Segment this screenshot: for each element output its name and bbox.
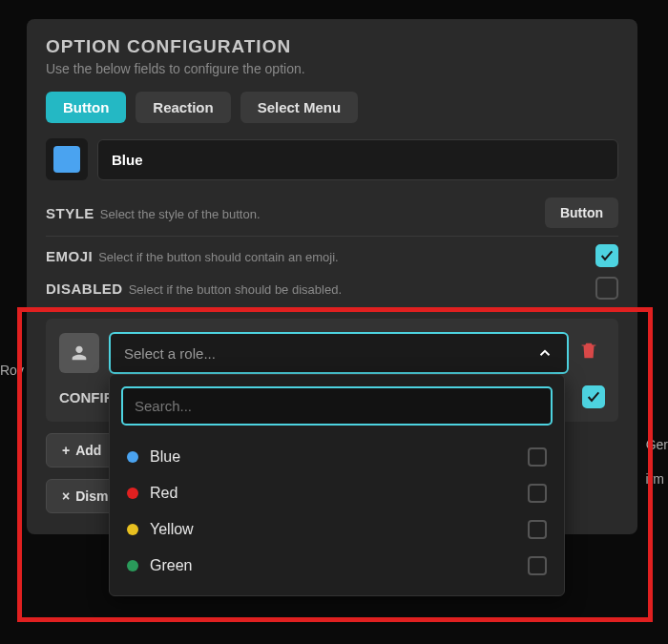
role-option-label: Green [150,557,192,574]
role-select-dropdown[interactable]: Select a role... [109,332,569,374]
style-label: STYLE [46,205,94,221]
tab-select-menu[interactable]: Select Menu [240,92,359,123]
style-row: STYLE Select the style of the button. Bu… [46,197,618,236]
color-swatch-inner [53,146,80,173]
tab-reaction[interactable]: Reaction [136,92,230,123]
emoji-desc: Select if the button should contain an e… [98,250,339,264]
role-option-green[interactable]: Green [121,548,553,584]
emoji-row: EMOJI Select if the button should contai… [46,236,618,275]
plus-icon: + [62,443,70,458]
role-option-blue[interactable]: Blue [121,439,553,475]
color-swatch[interactable] [46,138,88,180]
role-search-input[interactable] [121,386,553,426]
role-dot-icon [127,451,138,463]
option-configuration-panel: OPTION CONFIGURATION Use the below field… [27,19,637,534]
confirm-checkbox[interactable] [582,385,605,408]
panel-title: OPTION CONFIGURATION [46,36,618,57]
option-type-tabs: Button Reaction Select Menu [46,92,618,123]
role-type-button[interactable] [59,333,99,373]
color-name-row [46,138,618,180]
panel-subtitle: Use the below fields to configure the op… [46,61,618,76]
role-dropdown-popup: Blue Red Yellow [109,374,565,596]
bg-text-gen: Ger [646,437,668,452]
confirm-label: CONFIR [59,389,115,405]
bg-text-row: Rov [0,363,24,378]
role-option-yellow[interactable]: Yellow [121,511,553,548]
role-dot-icon [127,524,138,535]
chevron-up-icon [536,344,553,362]
disabled-label: DISABLED [46,280,123,297]
role-option-label: Blue [150,448,180,466]
emoji-checkbox[interactable] [595,244,618,267]
role-option-checkbox[interactable] [528,520,547,539]
person-icon [69,343,90,364]
option-name-input[interactable] [97,139,618,180]
close-icon: × [62,488,70,504]
style-desc: Select the style of the button. [100,207,261,221]
role-option-label: Red [150,485,177,502]
emoji-label: EMOJI [46,248,93,264]
bg-text-irm: irm [646,471,664,487]
role-option-checkbox[interactable] [528,484,547,503]
role-config-area: Select a role... CONFIR Blue [46,319,618,422]
trash-icon [578,340,599,361]
style-select-button[interactable]: Button [545,197,618,228]
role-option-label: Yellow [150,521,194,538]
role-select-placeholder: Select a role... [124,345,216,362]
role-option-red[interactable]: Red [121,475,553,511]
role-option-checkbox[interactable] [528,556,547,575]
role-dot-icon [127,560,138,571]
dismiss-button-label: Dismi [75,488,112,504]
role-dot-icon [127,488,138,499]
add-role-button[interactable]: + Add [46,433,117,467]
disabled-checkbox[interactable] [595,277,618,300]
disabled-row: DISABLED Select if the button should be … [46,275,618,307]
tab-button[interactable]: Button [46,92,126,123]
add-button-label: Add [75,443,101,458]
disabled-desc: Select if the button should be disabled. [129,282,342,297]
role-option-checkbox[interactable] [528,447,547,467]
delete-role-button[interactable] [578,340,605,366]
